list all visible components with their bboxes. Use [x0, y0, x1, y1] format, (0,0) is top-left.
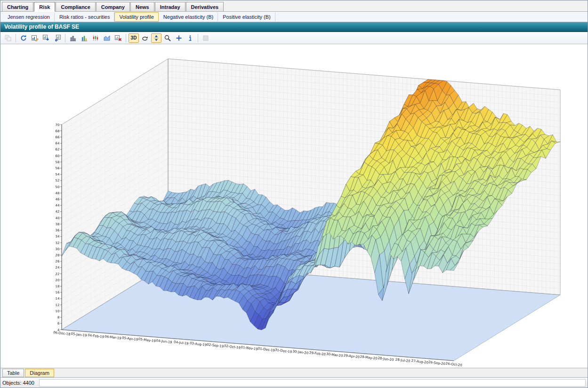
main-tab[interactable]: Derivatives	[186, 2, 224, 12]
main-tab[interactable]: Intraday	[155, 2, 185, 12]
zoom-mode-icon[interactable]	[162, 33, 173, 43]
app-window: ChartingRiskComplianceCompanyNewsIntrada…	[0, 0, 588, 388]
sub-tab[interactable]: Jensen regression	[3, 12, 55, 22]
snapshot-icon	[201, 33, 211, 43]
toolbar-separator	[65, 34, 65, 42]
3d-toggle-label: 3D	[131, 35, 137, 40]
sub-tab-bar: Jensen regressionRisk ratios - securitie…	[0, 12, 588, 22]
chart-settings-icon[interactable]	[30, 33, 40, 43]
sub-tab[interactable]: Volatility profile	[114, 12, 158, 22]
main-tab-bar: ChartingRiskComplianceCompanyNewsIntrada…	[0, 0, 588, 12]
volatility-surface-canvas[interactable]	[0, 44, 588, 368]
sub-tab[interactable]: Negative elasticity (B)	[159, 12, 218, 22]
stacked-chart-icon[interactable]	[79, 33, 89, 43]
main-tab[interactable]: Charting	[2, 2, 33, 12]
panel-title: Volatility profile of BASF SE	[0, 22, 588, 32]
add-series-icon[interactable]	[174, 33, 184, 43]
area-chart-icon[interactable]	[102, 33, 112, 43]
3d-toggle-button[interactable]: 3D	[129, 33, 139, 43]
main-tab[interactable]: Compliance	[56, 2, 95, 12]
status-message-field	[39, 379, 586, 387]
copy-view-icon	[3, 33, 13, 43]
refresh-icon[interactable]	[18, 33, 29, 43]
view-tab[interactable]: Table	[2, 369, 24, 377]
toolbar-separator	[126, 34, 126, 42]
sub-tab[interactable]: Risk ratios - securities	[55, 12, 115, 22]
toolbar-separator	[198, 34, 198, 42]
status-bar: Objects: 4400	[0, 377, 588, 388]
view-tab-bar: TableDiagram	[0, 368, 588, 377]
scale-toggle-button[interactable]	[151, 33, 161, 43]
main-tab[interactable]: News	[130, 2, 154, 12]
objects-count: Objects: 4400	[2, 380, 34, 386]
import-chart-icon[interactable]	[52, 33, 63, 43]
main-tab[interactable]: Company	[96, 2, 130, 12]
chart-toolbar: 3D	[0, 32, 588, 44]
rotate-3d-icon[interactable]	[140, 33, 150, 43]
bar-chart-icon[interactable]	[68, 33, 78, 43]
view-tab[interactable]: Diagram	[25, 369, 54, 377]
candle-chart-icon[interactable]	[90, 33, 101, 43]
chart-info-icon[interactable]	[185, 33, 195, 43]
sub-tab[interactable]: Positive elasticity (B)	[218, 12, 275, 22]
delete-chart-icon[interactable]	[113, 33, 123, 43]
toolbar-separator	[16, 34, 16, 42]
main-tab[interactable]: Risk	[34, 2, 55, 12]
export-down-icon[interactable]	[41, 33, 51, 43]
chart-area	[0, 44, 588, 368]
